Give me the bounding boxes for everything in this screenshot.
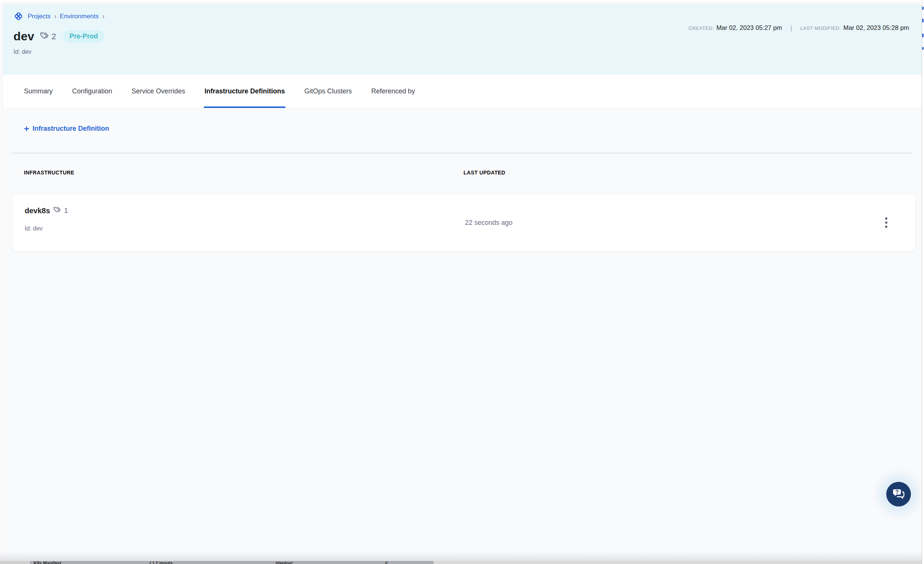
tab-gitops-clusters[interactable]: GitOps Clusters xyxy=(304,75,352,108)
svg-text:?: ? xyxy=(895,489,898,495)
projects-grid-icon xyxy=(14,11,24,21)
breadcrumb-environments-link[interactable]: Environments xyxy=(60,13,99,20)
dates-divider: | xyxy=(787,24,795,32)
tags-icon xyxy=(53,205,62,216)
breadcrumb-projects-link[interactable]: Projects xyxy=(28,13,51,20)
infrastructure-tag-count: 1 xyxy=(64,207,68,215)
background-window-sliver: K8s Manifest { } 2 inputs /deploy/ // xyxy=(0,561,922,564)
edge-artifact xyxy=(922,19,924,22)
environment-id: Id: dev xyxy=(14,49,910,55)
environment-tag-count: 2 xyxy=(52,32,56,42)
column-header-last-updated: LAST UPDATED xyxy=(464,169,506,175)
help-chat-button[interactable]: ? xyxy=(886,482,911,507)
environment-details-page: Projects › Environments › dev 2 xyxy=(3,4,922,564)
kebab-icon xyxy=(885,217,887,220)
clipped-text: K8s Manifest xyxy=(34,561,61,564)
environment-title: dev xyxy=(14,30,34,43)
row-options-menu-button[interactable] xyxy=(882,214,890,231)
breadcrumb: Projects › Environments › xyxy=(14,11,910,21)
infrastructure-definitions-panel: + Infrastructure Definition INFRASTRUCTU… xyxy=(3,108,922,564)
infrastructure-id: Id: dev xyxy=(25,225,43,232)
column-header-infrastructure: INFRASTRUCTURE xyxy=(24,169,74,175)
environment-tabs: Summary Configuration Service Overrides … xyxy=(3,75,922,108)
bottom-window-shadow xyxy=(0,551,922,561)
tab-infrastructure-definitions[interactable]: Infrastructure Definitions xyxy=(204,75,285,108)
tab-configuration[interactable]: Configuration xyxy=(72,75,112,108)
breadcrumb-separator: › xyxy=(102,13,105,19)
infrastructure-name-line: devk8s 1 xyxy=(25,205,68,216)
tags-icon xyxy=(39,31,50,43)
tab-service-overrides[interactable]: Service Overrides xyxy=(132,75,185,108)
add-infrastructure-definition-button[interactable]: + Infrastructure Definition xyxy=(24,125,109,133)
plus-icon: + xyxy=(24,126,29,132)
clipped-text: { } 2 inputs xyxy=(150,561,173,564)
last-modified-value: Mar 02, 2023 05:28 pm xyxy=(843,24,909,31)
edge-artifact xyxy=(922,34,924,37)
help-chat-icon: ? xyxy=(891,486,906,502)
toolbar-divider xyxy=(12,153,912,154)
tab-summary[interactable]: Summary xyxy=(24,75,53,108)
edge-artifact xyxy=(922,7,924,10)
edge-artifact xyxy=(922,47,924,50)
created-label: CREATED: xyxy=(688,25,714,31)
environment-header: Projects › Environments › dev 2 xyxy=(3,4,922,75)
add-infrastructure-definition-label: Infrastructure Definition xyxy=(33,125,109,133)
clipped-text: // xyxy=(385,561,388,564)
tab-referenced-by[interactable]: Referenced by xyxy=(371,75,415,108)
infrastructure-name: devk8s xyxy=(25,206,50,215)
infrastructure-last-updated: 22 seconds ago xyxy=(465,194,513,251)
created-value: Mar 02, 2023 05:27 pm xyxy=(716,24,782,31)
table-row[interactable]: devk8s 1 Id: dev 22 seconds ago xyxy=(12,194,915,251)
clipped-text: /deploy/ xyxy=(276,561,292,564)
environment-type-badge: Pre-Prod xyxy=(63,30,104,43)
screen: Projects › Environments › dev 2 xyxy=(0,0,924,564)
environment-dates: CREATED: Mar 02, 2023 05:27 pm | LAST MO… xyxy=(688,24,909,32)
last-modified-label: LAST MODIFIED: xyxy=(800,25,841,31)
window-right-edge xyxy=(922,0,924,564)
breadcrumb-separator: › xyxy=(54,13,57,19)
environment-tags: 2 xyxy=(39,31,56,43)
